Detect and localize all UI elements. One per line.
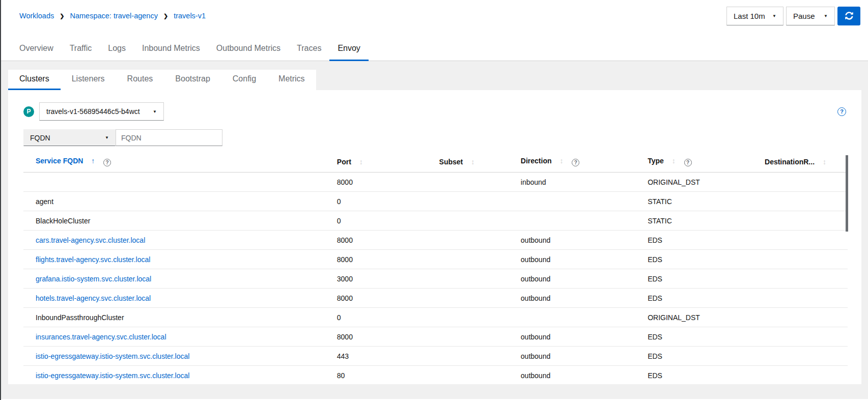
breadcrumb-namespace[interactable]: Namespace: travel-agency [70, 12, 157, 20]
scrollbar-thumb[interactable] [846, 155, 848, 232]
cell-direction: outbound [511, 366, 637, 385]
service-fqdn-link[interactable]: cars.travel-agency.svc.cluster.local [36, 236, 145, 244]
tab-traces[interactable]: Traces [289, 38, 329, 61]
cell-destination-rule [754, 231, 848, 250]
service-fqdn-link[interactable]: grafana.istio-system.svc.cluster.local [36, 275, 151, 283]
col-direction[interactable]: Direction ↕ ? [511, 153, 637, 173]
subtab-routes[interactable]: Routes [116, 70, 164, 90]
cell-subset [429, 308, 511, 327]
time-controls: Last 10m ▼ Pause ▼ [726, 7, 860, 25]
cell-direction: outbound [511, 289, 637, 308]
service-fqdn-link[interactable]: istio-egressgateway.istio-system.svc.clu… [36, 352, 189, 360]
cell-service-fqdn: InboundPassthroughCluster [23, 308, 327, 327]
refresh-button[interactable] [837, 7, 860, 25]
subtab-listeners[interactable]: Listeners [61, 70, 116, 90]
cell-destination-rule [754, 327, 848, 347]
cell-type: EDS [637, 269, 754, 289]
caret-down-icon: ▼ [824, 14, 828, 18]
clusters-card: P travels-v1-56895446c5-b4wct ▼ ? FQDN ▼ [8, 90, 861, 384]
cell-type: ORIGINAL_DST [637, 173, 754, 192]
sort-icon[interactable]: ↕ [359, 158, 363, 166]
tab-inbound-metrics[interactable]: Inbound Metrics [134, 38, 208, 61]
col-label: Port [337, 158, 351, 166]
cell-direction [511, 308, 637, 327]
help-icon[interactable]: ? [684, 159, 692, 166]
envoy-sub-tabs: Clusters Listeners Routes Bootstrap Conf… [8, 70, 316, 90]
help-icon[interactable]: ? [837, 107, 846, 116]
col-service-fqdn[interactable]: Service FQDN ↑ ? [23, 153, 327, 173]
col-label: Service FQDN [36, 157, 83, 165]
caret-down-icon: ▼ [105, 135, 109, 140]
cell-port: 80 [327, 366, 429, 385]
pod-selector-group: P travels-v1-56895446c5-b4wct ▼ [23, 102, 164, 121]
sort-icon[interactable]: ↕ [559, 157, 563, 165]
help-icon[interactable]: ? [103, 159, 111, 166]
caret-down-icon: ▼ [772, 14, 776, 18]
breadcrumb-workloads[interactable]: Workloads [19, 12, 54, 20]
subtab-metrics[interactable]: Metrics [267, 70, 316, 90]
col-subset[interactable]: Subset ↕ [429, 153, 511, 173]
cell-type: EDS [637, 327, 754, 347]
cell-port: 3000 [327, 269, 429, 289]
tab-overview[interactable]: Overview [11, 38, 62, 61]
filter-type-dropdown[interactable]: FQDN ▼ [23, 129, 116, 146]
sort-icon[interactable]: ↕ [823, 158, 826, 166]
filter-type-value: FQDN [30, 134, 50, 142]
breadcrumb-workload-name[interactable]: travels-v1 [174, 12, 206, 20]
service-fqdn-link[interactable]: hotels.travel-agency.svc.cluster.local [36, 294, 151, 302]
cell-destination-rule [754, 211, 848, 231]
cell-port: 443 [327, 347, 429, 366]
chevron-right-icon: ❯ [60, 13, 64, 19]
tab-outbound-metrics[interactable]: Outbound Metrics [208, 38, 289, 61]
service-fqdn-link[interactable]: istio-egressgateway.istio-system.svc.clu… [36, 372, 189, 380]
col-type[interactable]: Type ↕ ? [637, 153, 754, 173]
cell-type: EDS [637, 366, 754, 385]
subtab-bootstrap[interactable]: Bootstrap [164, 70, 221, 90]
cell-direction: outbound [511, 347, 637, 366]
tab-logs[interactable]: Logs [100, 38, 134, 61]
cell-type: EDS [637, 250, 754, 269]
cell-destination-rule [754, 192, 848, 211]
col-label: DestinationR... [765, 158, 815, 166]
cell-subset [429, 173, 511, 192]
col-label: Direction [521, 157, 552, 165]
cell-direction: outbound [511, 327, 637, 347]
cell-direction [511, 192, 637, 211]
cell-port: 0 [327, 308, 429, 327]
col-label: Subset [439, 158, 463, 166]
table-row: agent 0 STATIC [23, 192, 848, 211]
service-fqdn-link[interactable]: insurances.travel-agency.svc.cluster.loc… [36, 333, 166, 341]
subtab-config[interactable]: Config [221, 70, 267, 90]
table-row: BlackHoleCluster 0 STATIC [23, 211, 848, 231]
filter-toolbar: FQDN ▼ [23, 129, 848, 146]
chevron-right-icon: ❯ [163, 13, 168, 19]
cell-subset [429, 289, 511, 308]
duration-dropdown[interactable]: Last 10m ▼ [726, 7, 783, 25]
refresh-interval-dropdown[interactable]: Pause ▼ [786, 7, 835, 25]
sort-icon[interactable]: ↕ [471, 158, 474, 166]
sort-icon[interactable]: ↕ [672, 157, 676, 165]
fqdn-filter-input[interactable] [116, 129, 222, 146]
cell-destination-rule [754, 289, 848, 308]
help-icon[interactable]: ? [572, 159, 579, 166]
table-row: istio-egressgateway.istio-system.svc.clu… [23, 347, 848, 366]
tab-traffic[interactable]: Traffic [62, 38, 100, 61]
cell-port: 8000 [327, 327, 429, 347]
cell-direction [511, 211, 637, 231]
cell-port: 0 [327, 211, 429, 231]
table-row: istio-egressgateway.istio-system.svc.clu… [23, 366, 848, 385]
cell-service-fqdn [23, 173, 327, 192]
col-destination-rule[interactable]: DestinationR... ↕ [754, 153, 848, 173]
clusters-table-wrap: Service FQDN ↑ ? Port ↕ Subset ↕ Directi… [23, 153, 848, 384]
cell-subset [429, 192, 511, 211]
tab-envoy[interactable]: Envoy [329, 38, 368, 61]
col-port[interactable]: Port ↕ [327, 153, 429, 173]
subtab-clusters[interactable]: Clusters [8, 70, 61, 90]
service-fqdn-link[interactable]: flights.travel-agency.svc.cluster.local [36, 255, 150, 264]
cell-destination-rule [754, 366, 848, 385]
pod-dropdown[interactable]: travels-v1-56895446c5-b4wct ▼ [39, 102, 164, 121]
cell-direction: outbound [511, 269, 637, 289]
cell-destination-rule [754, 250, 848, 269]
sort-asc-icon[interactable]: ↑ [91, 157, 95, 165]
cell-port: 8000 [327, 173, 429, 192]
